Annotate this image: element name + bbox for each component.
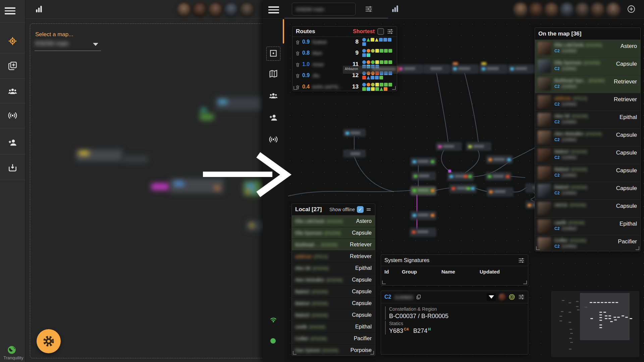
map-node[interactable]	[487, 188, 513, 196]
avatar[interactable]	[559, 2, 575, 18]
connection-icon[interactable]	[269, 315, 278, 324]
map-node[interactable]	[423, 65, 450, 73]
map-node[interactable]	[410, 228, 436, 237]
local-pilot-row[interactable]: Dan Sylvest[KNOW]Porpoise	[292, 345, 375, 356]
on-map-pilot-row[interactable]: Ella LokClocki[KNOW]C2J140842Astero	[535, 40, 640, 58]
characters-icon[interactable]	[8, 87, 17, 96]
delete-route-icon[interactable]	[295, 40, 300, 45]
map-settings-icon[interactable]	[365, 5, 373, 13]
minimap-viewport[interactable]	[580, 293, 630, 340]
local-pilot-row[interactable]: Alex Molodkin[KNOW]Capsule	[292, 274, 375, 286]
on-map-pilot-row[interactable]: Babio2[KNOW]C2J140842Capsule	[535, 146, 640, 164]
local-menu-icon[interactable]	[366, 206, 372, 213]
settings-fab[interactable]	[37, 329, 61, 353]
map-node[interactable]	[436, 142, 462, 150]
map-node[interactable]	[486, 172, 511, 180]
avatar[interactable]	[176, 2, 192, 18]
local-pilot-row[interactable]: Babio4[KNOW]Capsule	[292, 298, 375, 309]
avatar[interactable]	[207, 2, 223, 18]
map-node[interactable]	[412, 172, 436, 180]
avatar[interactable]	[605, 2, 621, 18]
map-node[interactable]	[486, 156, 513, 164]
on-map-pilot-row[interactable]: Babio5[KNOW]C2J140842Capsule	[535, 182, 640, 200]
local-pilot-row[interactable]: Babio2[KNOW]Capsule	[292, 286, 375, 298]
wormhole-effect-icon[interactable]	[487, 293, 496, 301]
delete-route-icon[interactable]	[295, 73, 300, 78]
stats-icon[interactable]	[35, 5, 43, 13]
map-node[interactable]	[480, 65, 507, 73]
map-node[interactable]	[397, 65, 423, 73]
broadcast-icon[interactable]	[269, 135, 278, 144]
map-node[interactable]	[451, 65, 479, 73]
avatar[interactable]	[239, 2, 255, 18]
local-pilot-row[interactable]: Ella Syonson[KNOW]Capsule	[292, 227, 375, 239]
on-map-pilot-row[interactable]: Cellter[KNOW]C2J140842Pacifier	[535, 235, 640, 251]
route-destination[interactable]: Mant	[312, 51, 350, 56]
route-row[interactable]: 0.8Mant9	[292, 48, 397, 59]
local-pilot-row[interactable]: Cellter[KNOW]Pacifier	[292, 333, 375, 345]
on-map-pilot-row[interactable]: Babio4[KNOW]C2J140842Capsule	[535, 164, 640, 182]
route-destination[interactable]: Jita	[312, 73, 350, 78]
map-node[interactable]	[447, 172, 474, 181]
map-node[interactable]	[343, 129, 366, 136]
map-node[interactable]	[411, 158, 436, 166]
add-person-icon[interactable]	[8, 138, 17, 147]
delete-route-icon[interactable]	[295, 51, 300, 56]
map-node[interactable]	[411, 211, 436, 220]
delete-route-icon[interactable]	[295, 62, 300, 67]
broadcast-icon[interactable]	[8, 111, 17, 120]
map-node[interactable]	[466, 142, 491, 150]
sovereignty-icon[interactable]	[498, 293, 506, 301]
menu-button[interactable]	[5, 6, 15, 16]
local-pilot-row[interactable]: addman[FR1S]Retriever	[292, 251, 375, 262]
map-node[interactable]	[343, 150, 366, 157]
map-node[interactable]	[508, 65, 535, 73]
map-icon[interactable]	[269, 69, 278, 78]
local-pilot-row[interactable]: Babio5[KNOW]Capsule	[292, 309, 375, 321]
add-character-icon[interactable]	[627, 5, 635, 13]
avatar[interactable]	[543, 2, 559, 18]
on-map-pilot-row[interactable]: cee1ic[KNOW]Capsule	[535, 200, 640, 218]
on-map-pilot-row[interactable]: Alex Mi[KNOW]C2J140842Epithal	[535, 111, 640, 129]
bullseye-icon[interactable]	[508, 294, 515, 300]
route-row[interactable]: 0.9Dodixie8	[292, 37, 397, 48]
local-pilot-row[interactable]: Ella LokClocki[KNOW]Astero	[292, 216, 375, 227]
minimap[interactable]	[551, 291, 639, 357]
avatar[interactable]	[192, 2, 208, 18]
locate-icon[interactable]	[8, 37, 17, 46]
menu-button[interactable]	[268, 5, 279, 15]
map-node-current[interactable]	[411, 186, 436, 195]
route-row[interactable]: 0.4КАРА ЗАРТЕ...13	[292, 82, 397, 91]
select-system-icon[interactable]	[269, 49, 278, 58]
local-pilot-row[interactable]: Butthead ...[KNOW]Retriever	[292, 239, 375, 251]
people-icon[interactable]	[269, 92, 278, 100]
on-map-pilot-row[interactable]: Butthead Syo...[KNOW]C2J140842Retriever	[535, 75, 640, 93]
import-icon[interactable]	[8, 163, 17, 172]
on-map-pilot-row[interactable]: caelik[KNOW]C2J140842Epithal	[535, 218, 640, 235]
local-pilot-row[interactable]: ceelik[KNOW]Epithal	[292, 321, 375, 333]
dropdown-arrow-icon[interactable]	[93, 43, 98, 46]
copy-icon[interactable]	[416, 294, 421, 300]
avatar[interactable]	[223, 2, 239, 18]
avatar[interactable]	[513, 2, 529, 18]
avatar[interactable]	[528, 2, 544, 18]
signatures-settings-icon[interactable]	[518, 257, 525, 264]
local-pilot-row[interactable]: Alex Mi[KNOW]Epithal	[292, 262, 375, 274]
activity-icon[interactable]	[391, 4, 399, 13]
route-destination[interactable]: КАРА ЗАРТЕ...	[312, 84, 350, 89]
show-offline-checkbox[interactable]: ✓	[357, 206, 364, 213]
add-person-icon[interactable]	[269, 113, 278, 122]
route-destination[interactable]: Dodixie	[312, 40, 350, 45]
on-map-pilot-row[interactable]: Alex Molodkin[KNOW]C2J140842Capsule	[535, 129, 640, 146]
on-map-pilot-row[interactable]: addman[FR1S]C2J140842Retriever	[535, 93, 640, 111]
avatar[interactable]	[590, 2, 606, 18]
map-name-input[interactable]: KNOW main	[292, 3, 356, 15]
shortest-checkbox[interactable]	[377, 28, 384, 35]
avatar[interactable]	[574, 2, 590, 18]
system-settings-icon[interactable]	[518, 294, 525, 300]
map-select-value[interactable]: KNOW main	[35, 40, 69, 47]
map-node[interactable]	[449, 184, 476, 193]
on-map-pilot-row[interactable]: Ella Syonson[KNOW]C2J140842Capsule	[535, 58, 640, 75]
add-map-icon[interactable]	[8, 61, 17, 70]
routes-settings-icon[interactable]	[387, 28, 393, 35]
